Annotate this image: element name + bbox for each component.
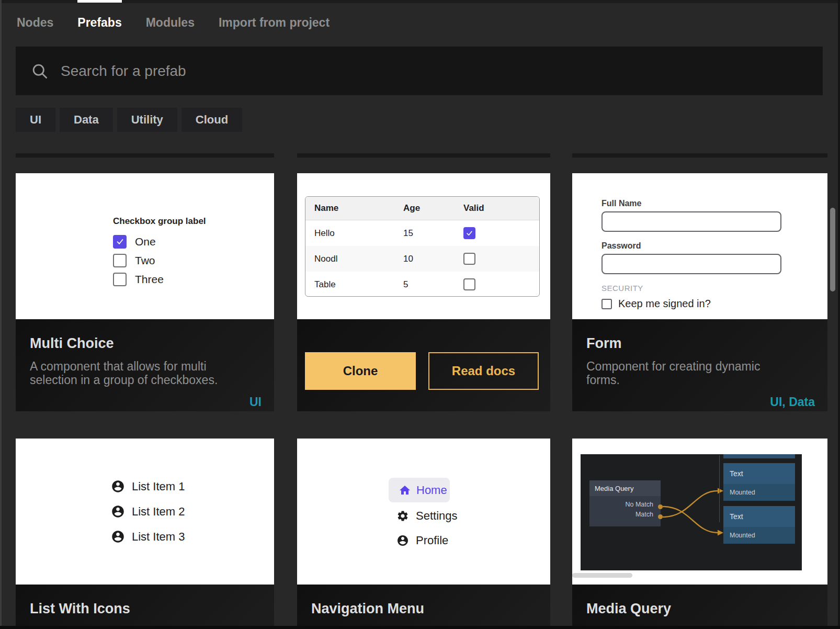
table-cell: 5 bbox=[403, 279, 463, 290]
preview-horizontal-scrollbar bbox=[572, 573, 632, 578]
list-item: List Item 2 bbox=[111, 504, 185, 519]
prefab-library-panel: Nodes Prefabs Modules Import from projec… bbox=[0, 0, 840, 629]
prefab-card-info: Multi Choice A component that allows for… bbox=[16, 319, 274, 411]
clone-button[interactable]: Clone bbox=[305, 352, 416, 390]
prefab-tags: UI, Data bbox=[770, 395, 815, 409]
prefab-card-multi-choice[interactable]: Checkbox group label One Two Three M bbox=[16, 173, 274, 411]
next-row-card-strip bbox=[0, 626, 840, 629]
node-output-label: Match bbox=[635, 511, 653, 518]
prefab-card-list-with-icons[interactable]: List Item 1 List Item 2 List Item 3 List… bbox=[16, 439, 274, 629]
prefab-title: Multi Choice bbox=[30, 335, 274, 352]
tab-import-from-project[interactable]: Import from project bbox=[219, 16, 330, 30]
prefab-card-form[interactable]: Full Name Password SECURITY Keep me sign… bbox=[572, 173, 827, 411]
prefab-card-info: List With Icons A list component with ic… bbox=[16, 585, 274, 629]
prefab-preview: List Item 1 List Item 2 List Item 3 bbox=[16, 439, 274, 585]
list-item-label: List Item 2 bbox=[132, 505, 185, 519]
person-circle-icon bbox=[111, 530, 125, 544]
filter-cloud[interactable]: Cloud bbox=[181, 108, 242, 132]
table-cell: Hello bbox=[314, 228, 403, 239]
prefab-title: Media Query bbox=[586, 601, 827, 617]
prefab-title: List With Icons bbox=[30, 601, 274, 617]
list-item: List Item 3 bbox=[111, 530, 185, 544]
checkbox-unchecked-icon bbox=[601, 299, 612, 309]
person-circle-icon bbox=[396, 534, 409, 547]
table-cell: Table bbox=[314, 279, 403, 290]
filter-utility[interactable]: Utility bbox=[117, 108, 177, 132]
prefab-preview: Home Settings Profile bbox=[297, 439, 550, 585]
form-field-label: Full Name bbox=[601, 199, 781, 208]
text-node-partial bbox=[723, 454, 795, 458]
read-docs-button[interactable]: Read docs bbox=[428, 352, 539, 390]
table-column-header: Name bbox=[314, 203, 403, 214]
filter-data[interactable]: Data bbox=[60, 108, 113, 132]
scrolled-card-strip bbox=[16, 153, 274, 158]
checkbox-option: One bbox=[113, 234, 206, 249]
vertical-scrollbar-thumb[interactable] bbox=[830, 208, 835, 291]
nav-item-label: Settings bbox=[416, 509, 458, 523]
checkbox-option: Two bbox=[113, 253, 206, 267]
tab-modules[interactable]: Modules bbox=[146, 16, 195, 30]
scrolled-card-strip bbox=[297, 153, 550, 158]
prefab-preview: Full Name Password SECURITY Keep me sign… bbox=[572, 173, 827, 319]
prefab-card-navigation-menu[interactable]: Home Settings Profile Navigation Menu Co… bbox=[297, 439, 550, 629]
nav-item-home: Home bbox=[389, 478, 450, 502]
form-checkbox-label: Keep me signed in? bbox=[618, 298, 711, 310]
prefab-card-hover-actions: Clone Read docs bbox=[297, 319, 550, 411]
table-row: Noodl 10 bbox=[305, 246, 539, 272]
checkbox-option-label: Two bbox=[135, 254, 155, 267]
node-output-label: No Match bbox=[626, 501, 654, 508]
prefab-preview: Name Age Valid Hello 15 Noodl 10 bbox=[297, 173, 550, 319]
checkbox-group-label: Checkbox group label bbox=[113, 216, 206, 227]
tab-prefabs[interactable]: Prefabs bbox=[77, 16, 121, 30]
person-circle-icon bbox=[111, 479, 125, 493]
prefab-title: Form bbox=[586, 335, 827, 352]
prefab-card-info: Form Component for creating dynamic form… bbox=[572, 319, 827, 411]
node-input-label: Mounted bbox=[723, 527, 795, 544]
prefab-card-media-query[interactable]: Media Query No Match Match Text Mounted … bbox=[572, 439, 827, 629]
output-port-dot bbox=[658, 514, 663, 519]
node-graph-preview: Media Query No Match Match Text Mounted … bbox=[581, 454, 802, 570]
checkbox-checked-icon bbox=[463, 227, 475, 239]
prefab-description: Component for creating dynamic forms. bbox=[586, 360, 793, 387]
node-title: Text bbox=[723, 463, 795, 484]
prefab-card-info: Media Query A component that listens to … bbox=[572, 585, 827, 629]
list-item: List Item 1 bbox=[111, 479, 185, 493]
form-text-input bbox=[601, 211, 781, 232]
prefab-card-table[interactable]: Name Age Valid Hello 15 Noodl 10 bbox=[297, 173, 550, 411]
table-row: Hello 15 bbox=[305, 220, 539, 246]
checkbox-option-label: One bbox=[135, 235, 156, 248]
search-input[interactable] bbox=[49, 47, 823, 95]
node-title: Media Query bbox=[589, 480, 661, 496]
node-title: Text bbox=[723, 506, 795, 527]
output-port-dot bbox=[658, 504, 663, 509]
nav-item-label: Profile bbox=[416, 534, 448, 547]
person-circle-icon bbox=[111, 504, 125, 519]
prefab-title: Navigation Menu bbox=[311, 601, 550, 617]
table-column-header: Valid bbox=[463, 203, 539, 214]
search-bar bbox=[16, 47, 823, 95]
checkbox-option-label: Three bbox=[135, 273, 164, 286]
nav-item-label: Home bbox=[416, 484, 447, 497]
tab-nodes[interactable]: Nodes bbox=[17, 16, 53, 30]
scrolled-card-strip bbox=[572, 153, 827, 158]
text-node: Text Mounted bbox=[723, 463, 795, 501]
table-preview: Name Age Valid Hello 15 Noodl 10 bbox=[305, 196, 540, 297]
checkbox-unchecked-icon bbox=[463, 278, 475, 290]
filter-bar: UI Data Utility Cloud bbox=[16, 108, 242, 132]
hierarchy-line bbox=[719, 455, 720, 522]
panel-right-edge bbox=[838, 0, 840, 629]
checkbox-unchecked-icon bbox=[463, 253, 475, 265]
node-input-label: Mounted bbox=[723, 484, 795, 501]
top-band bbox=[0, 0, 840, 3]
nav-item-settings: Settings bbox=[396, 509, 458, 522]
tab-bar: Nodes Prefabs Modules Import from projec… bbox=[17, 16, 330, 30]
filter-ui[interactable]: UI bbox=[16, 108, 55, 132]
prefab-description: A component that allows for multi select… bbox=[30, 360, 236, 387]
panel-left-edge bbox=[0, 0, 2, 629]
media-query-node: Media Query No Match Match bbox=[589, 480, 661, 526]
table-cell: 10 bbox=[403, 254, 463, 264]
search-icon bbox=[30, 62, 49, 81]
table-cell: 15 bbox=[403, 228, 463, 239]
checkbox-option: Three bbox=[113, 272, 206, 286]
checkbox-unchecked-icon bbox=[113, 254, 127, 267]
